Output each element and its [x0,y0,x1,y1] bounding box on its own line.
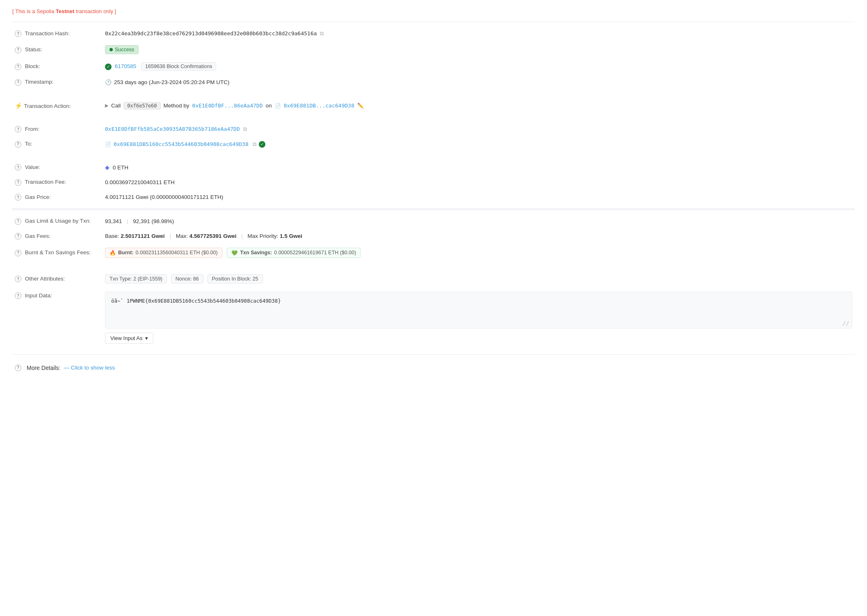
gas-separator: | [127,218,128,224]
input-data-row: ? Input Data: öã~` 1PWNME{0x69E881DB5160… [12,287,855,348]
gas-price-label: Gas Price: [25,194,51,200]
gas-limit-row: ? Gas Limit & Usage by Txn: 93,341 | 92,… [12,214,855,228]
fee-label: Transaction Fee: [25,179,66,185]
gas-fees-help-icon[interactable]: ? [15,233,21,240]
to-value-row: 📄 0x69E881DB5160cc5543b544603b04908cac64… [105,141,852,148]
value-row: ? Value: ◆ 0 ETH [12,160,855,175]
to-file-icon: 📄 [105,141,111,147]
timestamp-row: ? Timestamp: 🕐 253 days ago (Jun-23-2024… [12,75,855,89]
gas-fees-max-label: Max: [176,233,189,239]
timestamp-value: 253 days ago (Jun-23-2024 05:20:24 PM UT… [114,79,229,85]
gas-usage-value: 92,391 (98.98%) [133,218,174,224]
fee-help-icon[interactable]: ? [15,179,21,186]
burnt-help-icon[interactable]: ? [15,250,21,256]
gas-fees-label: Gas Fees: [25,233,50,239]
view-input-chevron-icon: ▾ [145,335,148,341]
attributes-help-icon[interactable]: ? [15,276,21,282]
to-help-icon[interactable]: ? [15,141,21,148]
input-data-label: Input Data: [25,292,52,299]
block-help-icon[interactable]: ? [15,64,21,70]
spacer-row-2 [12,114,855,122]
to-verified-icon: ✓ [259,141,265,148]
timestamp-label: Timestamp: [25,79,54,85]
view-input-as-button[interactable]: View Input As ▾ [105,333,153,344]
status-row: ? Status: Success [12,41,855,58]
timestamp-help-icon[interactable]: ? [15,79,21,86]
fee-row: ? Transaction Fee: 0.00036972210040311 E… [12,175,855,189]
savings-value: 0.00005229461619671 ETH ($0.00) [274,250,356,256]
tx-action-details: ▶ Call 0xf6e57e60 Method by 0xE1E0DfBF..… [105,102,852,110]
value-label: Value: [25,164,40,170]
position-badge: Position In Block: 25 [208,274,263,283]
status-value: Success [115,47,134,52]
burnt-savings-row: ? Burnt & Txn Savings Fees: 🔥 Burnt: 0.0… [12,244,855,262]
gas-fees-max-value: 4.567725391 Gwei [189,233,237,239]
block-confirmations-badge: 1659638 Block Confirmations [141,62,216,71]
to-address-link[interactable]: 0x69E881DB5160cc5543b544603b04908cac649D… [114,141,249,147]
gas-fees-row: ? Gas Fees: Base: 2.50171121 Gwei | Max:… [12,229,855,244]
savings-value-label: Txn Savings: [240,250,272,256]
copy-hash-icon[interactable]: ⧉ [320,30,324,37]
gas-price-row: ? Gas Price: 4.00171121 Gwei (0.00000000… [12,190,855,205]
gas-limit-label: Gas Limit & Usage by Txn: [25,218,91,224]
fee-value: 0.00036972210040311 ETH [105,179,175,185]
method-by-label: Method by [164,103,189,109]
copy-to-icon[interactable]: ⧉ [253,141,256,148]
action-from-link[interactable]: 0xE1E0DfBF...86eAa47DD [192,103,263,109]
savings-icon: 💚 [231,250,238,256]
resize-icon[interactable]: // [842,320,849,326]
txn-type-badge: Txn Type: 2 (EIP-1559) [105,274,167,283]
spacer-row-1 [12,90,855,98]
status-dot [110,48,113,51]
gas-limit-help-icon[interactable]: ? [15,218,21,225]
block-check-icon: ✓ [105,64,112,70]
hash-label: Transaction Hash: [25,30,70,37]
from-help-icon[interactable]: ? [15,126,21,132]
transaction-info-table: ? Transaction Hash: 0x22c4ea3b9dc23f8e38… [12,26,855,205]
gas-price-help-icon[interactable]: ? [15,194,21,201]
to-label: To: [25,141,32,147]
view-input-label: View Input As [110,335,143,341]
hash-value: 0x22c4ea3b9dc23f8e38ced762913d0496908eed… [105,30,317,37]
status-help-icon[interactable]: ? [15,47,21,53]
gas-fees-priority-value: 1.5 Gwei [280,233,302,239]
more-details-row: ? More Details: — Click to show less [12,359,855,373]
gas-limit-value: 93,341 [105,218,122,224]
method-badge: 0xf6e57e60 [123,102,160,110]
input-data-value: öã~` 1PWNME{0x69E881DB5160cc5543b544603b… [111,298,281,304]
action-label: Transaction Action: [24,103,71,109]
eth-icon: ◆ [105,164,110,171]
nonce-badge: Nonce: 86 [171,274,203,283]
action-call-label: Call [111,103,121,109]
attributes-label: Other Attributes: [25,276,65,282]
hash-help-icon[interactable]: ? [15,30,21,37]
action-edit-icon[interactable]: ✏️ [357,103,364,109]
action-on-label: on [266,103,272,109]
hash-row: ? Transaction Hash: 0x22c4ea3b9dc23f8e38… [12,26,855,41]
input-data-help-icon[interactable]: ? [15,292,21,299]
block-row: ? Block: ✓ 6170585 1659638 Block Confirm… [12,58,855,75]
copy-from-icon[interactable]: ⧉ [243,126,247,132]
clock-icon: 🕐 [105,79,112,85]
value-help-icon[interactable]: ? [15,164,21,171]
input-data-box: öã~` 1PWNME{0x69E881DB5160cc5543b544603b… [105,292,852,329]
block-label: Block: [25,63,40,69]
savings-badge: 💚 Txn Savings: 0.00005229461619671 ETH (… [227,248,360,258]
from-row: ? From: 0xE1E0DfBFfb585aCe30935A87B365b7… [12,122,855,137]
action-file-icon: 📄 [275,103,281,109]
lightning-icon: ⚡ [15,102,23,109]
spacer-row-4 [12,262,855,270]
action-to-link[interactable]: 0x69E881DB...cac649D38 [284,103,354,109]
more-details-help-icon[interactable]: ? [15,365,21,371]
action-arrow: ▶ [105,103,108,108]
from-address-link[interactable]: 0xE1E0DfBFfb585aCe30935A87B365b7186eAa47… [105,126,240,132]
spacer-row-3 [12,152,855,160]
to-row: ? To: 📄 0x69E881DB5160cc5543b544603b0490… [12,137,855,151]
testnet-banner: [ This is a Sepolia Testnet transaction … [12,8,855,14]
burnt-label: Burnt & Txn Savings Fees: [25,249,91,256]
burnt-badge: 🔥 Burnt: 0.00023113560040311 ETH ($0.00) [105,248,222,258]
fire-icon: 🔥 [110,250,116,256]
show-less-link[interactable]: — Click to show less [64,365,115,371]
block-number-link[interactable]: 6170585 [115,63,137,69]
from-label: From: [25,126,39,132]
